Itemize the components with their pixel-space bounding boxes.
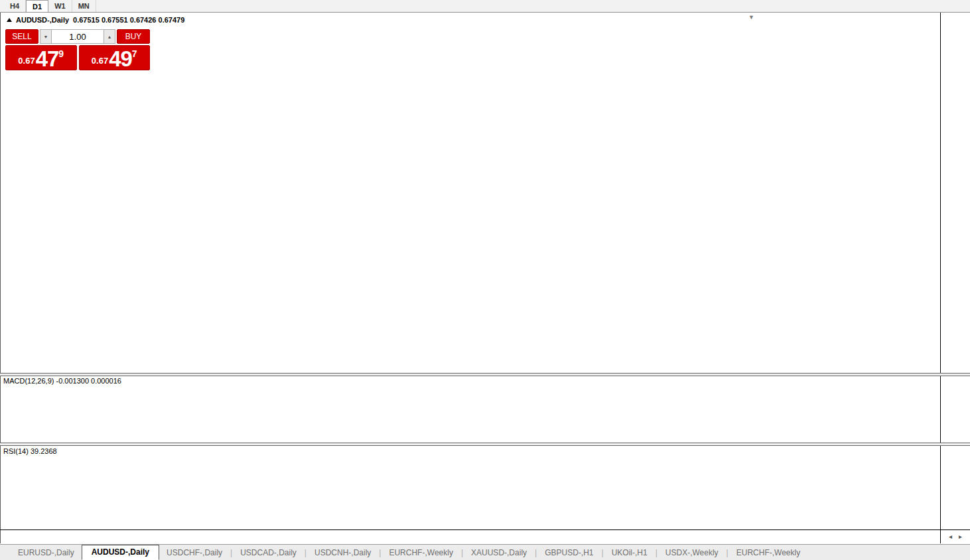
buy-button[interactable]: BUY <box>117 29 150 44</box>
buy-price-prefix: 0.67 <box>92 56 108 66</box>
volume-stepper: ▼ 1.00 ▲ <box>40 29 115 44</box>
chart-left-border <box>0 13 1 543</box>
metatrader-window: { "toolbar": { "timeframes": ["H4", "D1"… <box>0 0 970 560</box>
chart-title-row: AUDUSD-,Daily 0.67515 0.67551 0.67426 0.… <box>7 16 184 24</box>
buy-price-big: 49 <box>109 48 132 69</box>
chart-tab-usdcad-daily[interactable]: USDCAD-,Daily <box>233 546 304 559</box>
chart-tab-xauusd-daily[interactable]: XAUUSD-,Daily <box>464 546 534 559</box>
chart-ohlc-values: 0.67515 0.67551 0.67426 0.67479 <box>73 16 184 24</box>
chart-tab-audusd-daily[interactable]: AUDUSD-,Daily <box>82 545 159 560</box>
timeframe-toolbar: H4D1W1MN <box>0 0 970 13</box>
timeframe-button-h4[interactable]: H4 <box>4 0 26 12</box>
sell-price-prefix: 0.67 <box>18 56 35 66</box>
sell-button[interactable]: SELL <box>5 29 38 44</box>
chart-tab-bar: EURUSD-,DailyAUDUSD-,DailyUSDCHF-,Daily|… <box>0 544 970 560</box>
scroll-left-icon[interactable]: ◂ <box>949 533 952 540</box>
volume-increase-icon[interactable]: ▲ <box>104 29 115 44</box>
collapse-panel-icon[interactable] <box>7 18 12 22</box>
timeframe-button-w1[interactable]: W1 <box>48 0 72 12</box>
macd-panel-splitter[interactable] <box>0 373 970 376</box>
sell-price-big: 47 <box>36 48 59 69</box>
chart-symbol-title: AUDUSD-,Daily <box>16 16 69 24</box>
chart-canvas[interactable] <box>0 0 970 560</box>
chart-tab-eurchf-weekly[interactable]: EURCHF-,Weekly <box>381 546 460 559</box>
chart-tab-usdx-weekly[interactable]: USDX-,Weekly <box>658 546 726 559</box>
chart-tab-gbpusd-h1[interactable]: GBPUSD-,H1 <box>537 546 600 559</box>
buy-price-box[interactable]: 0.67497 <box>79 45 151 70</box>
volume-decrease-icon[interactable]: ▼ <box>40 29 52 44</box>
buy-price-sup: 7 <box>132 48 137 59</box>
chart-tab-eurchf-weekly[interactable]: EURCHF-,Weekly <box>729 546 807 559</box>
autoscroll-triangle-icon[interactable]: ▼ <box>748 14 754 21</box>
timeframe-button-d1[interactable]: D1 <box>26 0 48 12</box>
scroll-right-icon[interactable]: ▸ <box>959 533 962 540</box>
sell-price-box[interactable]: 0.67479 <box>5 45 77 70</box>
rsi-panel-splitter[interactable] <box>0 443 970 446</box>
timeframe-button-mn[interactable]: MN <box>72 0 96 12</box>
volume-input[interactable]: 1.00 <box>52 29 104 44</box>
chart-bottom-border <box>0 529 970 530</box>
chart-tab-usdcnh-daily[interactable]: USDCNH-,Daily <box>307 546 378 559</box>
chart-tab-eurusd-daily[interactable]: EURUSD-,Daily <box>11 546 82 559</box>
chart-tab-ukoil-h1[interactable]: UKOil-,H1 <box>604 546 655 559</box>
chart-tab-usdchf-daily[interactable]: USDCHF-,Daily <box>159 546 230 559</box>
macd-indicator-label: MACD(12,26,9) -0.001300 0.000016 <box>3 377 121 385</box>
chart-scroll-arrows: ◂ ▸ <box>949 533 962 540</box>
sell-price-sup: 9 <box>58 48 64 59</box>
price-axis-separator <box>940 13 941 543</box>
one-click-trade-panel: SELL ▼ 1.00 ▲ BUY 0.67479 0.67497 <box>5 29 150 70</box>
rsi-indicator-label: RSI(14) 39.2368 <box>3 447 57 455</box>
